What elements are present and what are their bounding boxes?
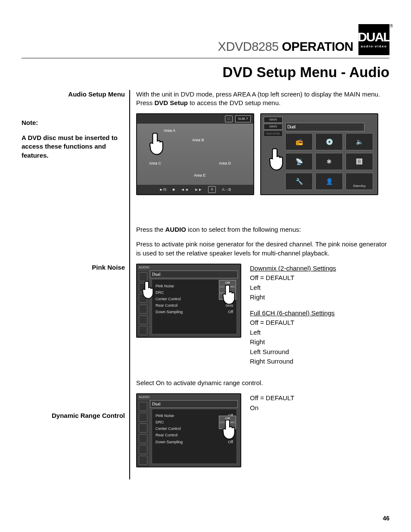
list-item: Rear Control0ms xyxy=(156,432,233,438)
dual-logo: DUAL audio·video xyxy=(358,24,389,55)
label-audio-setup: Audio Setup Menu xyxy=(22,90,125,99)
rewind-icon: ◄◄ xyxy=(181,187,189,192)
side-icon xyxy=(139,402,147,411)
pink-noise-description: Press to activate pink noise generator f… xyxy=(136,240,389,258)
caption-icon: □ xyxy=(225,115,233,122)
side-icon xyxy=(139,413,147,422)
multizone-tab: Multi-ZONE xyxy=(264,131,283,137)
ab-repeat-icon: A→B xyxy=(222,187,231,192)
area-e-label: Area E xyxy=(194,173,206,178)
note-body: A DVD disc must be inserted to access th… xyxy=(22,134,125,160)
play-pause-icon: ►/II xyxy=(159,187,166,192)
menu-cell: 🔈 xyxy=(346,133,373,150)
menu-cell: ✱ xyxy=(315,153,343,170)
label-drc: Dynamic Range Control xyxy=(22,411,125,420)
side-icon xyxy=(139,294,147,303)
side-icon xyxy=(139,305,147,314)
menu-cell: 🅱 xyxy=(346,153,373,170)
label-column: Audio Setup Menu Note: A DVD disc must b… xyxy=(22,90,129,480)
screenshot-dvd-areas: □ SUB.T Area A Area B Area C Area D Area… xyxy=(136,113,254,195)
logo-subtext: audio·video xyxy=(361,44,387,49)
side-icon xyxy=(139,456,147,465)
intro-paragraph: With the unit in DVD mode, press AREA A … xyxy=(136,90,389,108)
area-d-label: Area D xyxy=(219,161,231,166)
drc-settings: Off = DEFAULT On xyxy=(250,393,389,413)
screenshot-audio-pink: AUDIO Dual Pink NoiseOff DRCOff Center C… xyxy=(136,264,241,338)
audio-brand: Dual xyxy=(152,401,160,407)
menu-cell: 👤 xyxy=(315,173,343,190)
menu-cell: 📻 xyxy=(285,133,313,150)
side-icon xyxy=(139,272,147,281)
side-icon xyxy=(139,445,147,454)
page-title: DVD Setup Menu - Audio xyxy=(22,63,389,82)
header-model: XDVD8285 xyxy=(218,40,279,53)
menu-cell: 🔧 xyxy=(285,173,313,190)
main-tab-2: MAIN xyxy=(264,124,283,130)
downmix-heading: Downmix (2-channel) Settings xyxy=(250,264,389,274)
menu-grid: 📻 💿 🔈 📡 ✱ 🅱 🔧 👤 Standby xyxy=(285,133,373,190)
note-heading: Note: xyxy=(22,118,125,127)
audio-instruction: Press the AUDIO icon to select from the … xyxy=(136,225,389,234)
side-icon xyxy=(139,283,147,292)
registered-mark: ® xyxy=(390,23,393,29)
page-number: 46 xyxy=(383,514,389,523)
page-header: XDVD8285 OPERATION ® DUAL audio·video xyxy=(22,24,389,59)
stop-icon: ■ xyxy=(172,187,174,192)
menu-cell: 📡 xyxy=(285,153,313,170)
dropdown-drc: Off On xyxy=(219,416,236,429)
menu-cell-standby: Standby xyxy=(346,173,373,190)
area-b-label: Area B xyxy=(192,137,204,143)
subtitle-button: SUB.T xyxy=(235,115,251,122)
list-item: Down SamplingOff xyxy=(156,309,233,314)
menu-cell: 💿 xyxy=(315,133,343,150)
dropdown-pink: Off Left Right xyxy=(219,280,236,300)
hand-pointer-icon xyxy=(267,147,286,173)
audio-header: AUDIO xyxy=(139,265,149,270)
drc-description: Select On to activate dynamic range cont… xyxy=(136,379,389,387)
area-a-label: Area A xyxy=(164,128,175,133)
forward-icon: ►► xyxy=(194,187,202,192)
header-word: OPERATION xyxy=(282,40,353,53)
label-pink-noise: Pink Noise xyxy=(22,263,125,272)
main-tab-1: MAIN xyxy=(264,117,283,123)
side-icon xyxy=(139,315,147,324)
header-title: XDVD8285 OPERATION xyxy=(218,38,353,55)
list-item: Rear Control0ms xyxy=(156,303,233,308)
content-column: With the unit in DVD mode, press AREA A … xyxy=(129,90,389,480)
side-icon xyxy=(139,326,147,335)
audio-header: AUDIO xyxy=(139,395,149,400)
box-icon: ⎘ xyxy=(208,186,216,193)
menu-brand: Dual xyxy=(287,124,296,130)
screenshot-main-menu: MAIN MAIN Multi-ZONE Dual 📻 💿 🔈 📡 ✱ 🅱 🔧 … xyxy=(260,113,378,195)
side-icon xyxy=(139,434,147,443)
area-c-label: Area C xyxy=(149,161,161,166)
logo-text: DUAL xyxy=(358,31,390,44)
full6ch-heading: Full 6CH (6-channel) Settings xyxy=(250,308,389,318)
pink-noise-settings: Downmix (2-channel) Settings Off = DEFAU… xyxy=(250,264,389,367)
audio-brand: Dual xyxy=(152,271,160,277)
list-item: Down SamplingOff xyxy=(156,439,233,445)
side-icon xyxy=(139,423,147,432)
screenshot-audio-drc: AUDIO Dual Pink NoiseOff DRCOff Center C… xyxy=(136,393,241,467)
